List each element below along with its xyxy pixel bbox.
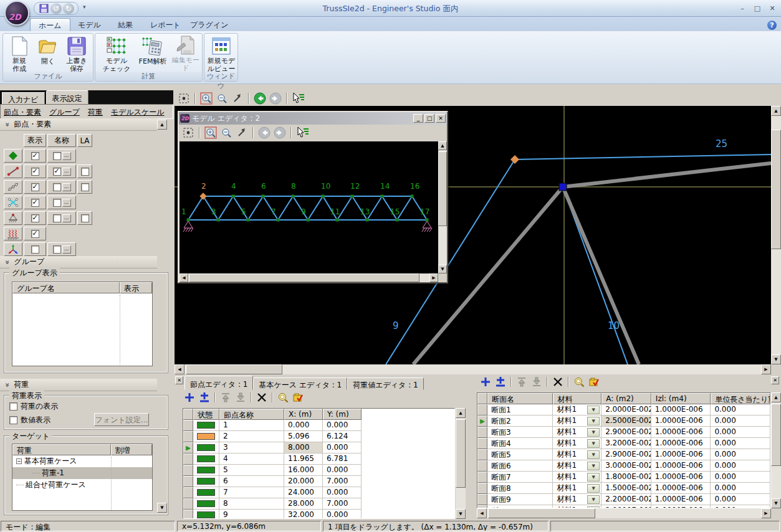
local-axes-icon[interactable]	[4, 242, 22, 256]
show-checkbox[interactable]	[31, 245, 39, 254]
name-settings-button[interactable]: ...	[62, 168, 71, 176]
show-checkbox-cell[interactable]	[24, 149, 46, 163]
name-checkbox-cell[interactable]: ...	[47, 180, 76, 194]
y-cell[interactable]: 0.000	[323, 420, 362, 431]
section-table-vscrollbar[interactable]: ▲ ▼	[771, 392, 781, 508]
show-checkbox[interactable]	[31, 199, 39, 207]
section-header-load[interactable]: » 荷重	[0, 379, 157, 391]
add-row-icon[interactable]	[479, 376, 492, 387]
section-name-cell[interactable]: 断面3	[487, 427, 553, 438]
name-checkbox[interactable]	[53, 199, 61, 207]
unit-weight-cell[interactable]: 0.000	[711, 483, 770, 494]
show-load-checkbox[interactable]	[9, 402, 17, 411]
ne-col-show[interactable]: 表示	[24, 134, 46, 147]
unit-weight-cell[interactable]: 0.000	[711, 404, 770, 416]
y-cell[interactable]: 0.000	[323, 487, 362, 498]
section-name-cell[interactable]: 断面4	[487, 438, 553, 449]
tab-plugin[interactable]: プラグイン	[182, 18, 236, 31]
help-icon[interactable]: ?	[767, 21, 777, 30]
table-row[interactable]: 断面6材料1▼3.0000E-0021.0000E-0060.000	[477, 460, 770, 472]
forward-icon[interactable]	[273, 126, 287, 139]
unit-weight-cell[interactable]: 0.000	[711, 416, 770, 427]
zoom-out-icon[interactable]	[219, 126, 233, 139]
show-checkbox-cell[interactable]	[24, 196, 46, 209]
area-cell[interactable]: 2.5000E-002	[601, 416, 651, 427]
column-header[interactable]: A: (m2)	[601, 393, 651, 404]
select-elements-icon[interactable]	[295, 126, 309, 139]
show-values-checkbox-row[interactable]: 数値表示	[9, 415, 50, 425]
y-cell[interactable]: 0.000	[323, 465, 362, 476]
select-elements-icon[interactable]	[291, 92, 305, 105]
show-checkbox-cell[interactable]	[24, 180, 46, 194]
support-icon[interactable]	[4, 211, 22, 225]
column-header-show[interactable]: 表示	[120, 282, 152, 293]
show-load-checkbox-row[interactable]: 荷重の表示	[9, 401, 58, 412]
table-row[interactable]: 断面7材料1▼1.8000E-0021.0000E-0060.000	[477, 472, 770, 483]
beam-icon[interactable]	[4, 164, 22, 178]
node-name-cell[interactable]: 5	[219, 465, 284, 476]
material-cell[interactable]: 材料1▼	[553, 449, 601, 460]
material-dropdown-button[interactable]: ▼	[587, 473, 600, 482]
find-icon[interactable]	[573, 376, 585, 387]
area-cell[interactable]: 3.2000E-002	[601, 438, 651, 449]
table-row[interactable]: 932.0000.000	[183, 510, 454, 519]
show-checkbox-cell[interactable]	[24, 227, 46, 240]
name-checkbox-cell[interactable]: ...	[47, 242, 76, 256]
inertia-cell[interactable]: 1.0000E-006	[651, 460, 711, 472]
area-cell[interactable]: 1.8000E-002	[601, 472, 651, 483]
column-header[interactable]: 状態	[193, 409, 219, 420]
ground-spring-icon[interactable]	[4, 227, 22, 240]
load-target-tree[interactable]: 荷重 割増 −基本荷重ケース荷重-1組合せ荷重ケース	[12, 444, 153, 511]
zoom-previous-icon[interactable]	[231, 92, 244, 105]
x-cell[interactable]: 5.096	[284, 431, 323, 442]
material-cell[interactable]: 材料1▼	[553, 416, 601, 427]
material-cell[interactable]: 材料1▼	[553, 427, 601, 438]
node-name-cell[interactable]: 7	[219, 487, 284, 498]
inertia-cell[interactable]: 1.0000E-006	[651, 449, 711, 460]
inertia-cell[interactable]: 1.0000E-006	[651, 427, 711, 438]
spring-icon[interactable]	[4, 180, 22, 194]
tree-item[interactable]: 荷重-1	[12, 467, 152, 479]
material-cell[interactable]: 材料1▼	[553, 404, 601, 416]
table-row[interactable]: 25.0966.124	[183, 431, 454, 442]
area-cell[interactable]: 2.9000E-002	[601, 449, 651, 460]
back-to-edit-mode-button[interactable]: 編集モード に戻る	[170, 36, 201, 73]
inertia-cell[interactable]: 1.0000E-006	[651, 438, 711, 449]
tab-load-value-editor[interactable]: 荷重値エディタ : 1	[347, 378, 423, 390]
section-table-hscrollbar[interactable]: ◀ ▶	[477, 508, 771, 518]
find-icon[interactable]	[277, 392, 289, 403]
move-up-icon[interactable]	[219, 392, 232, 403]
inertia-cell[interactable]: 1.0000E-006	[651, 416, 711, 427]
material-dropdown-button[interactable]: ▼	[587, 439, 600, 448]
main-horizontal-scrollbar[interactable]: ◀ ▶	[175, 364, 771, 374]
minimize-button[interactable]: –	[737, 4, 747, 13]
section-name-cell[interactable]: 断面5	[487, 449, 553, 460]
pan-extents-icon[interactable]	[177, 92, 191, 105]
y-cell[interactable]: 6.781	[323, 454, 362, 465]
select-check-icon[interactable]	[292, 392, 304, 403]
inertia-cell[interactable]: 1.0000E-006	[651, 404, 711, 416]
show-checkbox-cell[interactable]	[24, 211, 46, 225]
area-cell[interactable]: 2.2000E-002	[601, 494, 651, 505]
tree-expander-icon[interactable]: −	[16, 458, 22, 464]
unit-weight-cell[interactable]: 0.000	[711, 438, 770, 449]
material-dropdown-button[interactable]: ▼	[587, 462, 600, 470]
tab-node-editor[interactable]: 節点エディタ : 1	[184, 376, 253, 390]
table-row[interactable]: 断面4材料1▼3.2000E-0021.0000E-0060.000	[477, 438, 770, 449]
table-row[interactable]: 断面1材料1▼2.0000E-0021.0000E-0060.000	[477, 404, 770, 416]
column-header[interactable]: 単位長さ当たり重量	[711, 393, 770, 404]
tab-results[interactable]: 結果	[110, 18, 141, 31]
name-checkbox[interactable]	[53, 214, 61, 222]
material-dropdown-button[interactable]: ▼	[587, 428, 600, 437]
unit-weight-cell[interactable]: 0.000	[711, 494, 770, 505]
name-checkbox[interactable]	[53, 168, 61, 176]
la-checkbox-cell[interactable]	[77, 164, 92, 178]
la-checkbox-cell[interactable]	[77, 211, 92, 225]
unit-weight-cell[interactable]: 0.000	[711, 460, 770, 472]
section-header-group[interactable]: » グループ	[0, 256, 157, 268]
insert-row-icon[interactable]	[494, 376, 507, 387]
show-checkbox[interactable]	[31, 230, 39, 238]
node-name-cell[interactable]: 8	[219, 498, 284, 510]
material-dropdown-button[interactable]: ▼	[587, 450, 600, 459]
material-dropdown-button[interactable]: ▼	[587, 495, 600, 504]
